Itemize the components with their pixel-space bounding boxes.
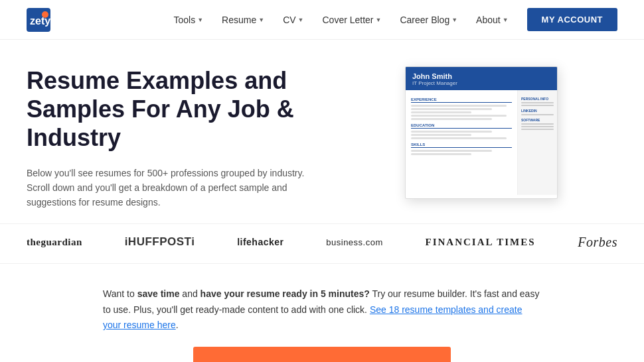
education-section-title: Education bbox=[411, 123, 512, 129]
resume-arrow-icon: ▼ bbox=[258, 17, 264, 23]
my-account-button[interactable]: MY ACCOUNT bbox=[527, 8, 617, 31]
personal-info-title: Personal Info bbox=[521, 97, 554, 101]
resume-right-line bbox=[521, 126, 554, 127]
forbes-logo: Forbes bbox=[578, 235, 617, 250]
hero-text: Resume Examples and Samples For Any Job … bbox=[27, 66, 359, 210]
nav-career-blog[interactable]: Career Blog ▼ bbox=[400, 15, 457, 25]
svg-point-2 bbox=[42, 11, 48, 18]
nav-tools[interactable]: Tools ▼ bbox=[173, 15, 203, 25]
financial-times-logo: FINANCIAL TIMES bbox=[426, 237, 536, 248]
cta-text: Want to save time and have your resume r… bbox=[103, 286, 541, 333]
resume-right-column: Personal Info LinkedIn Software bbox=[517, 90, 557, 195]
main-nav: Tools ▼ Resume ▼ CV ▼ Cover Letter ▼ Car… bbox=[173, 8, 617, 31]
skills-section-title: Skills bbox=[411, 143, 512, 148]
resume-right-line bbox=[521, 105, 554, 106]
resume-line bbox=[411, 111, 471, 113]
cta-section: Want to save time and have your resume r… bbox=[76, 280, 568, 362]
resume-right-line bbox=[521, 123, 554, 125]
nav-about[interactable]: About ▼ bbox=[476, 15, 509, 25]
resume-right-line bbox=[521, 102, 554, 103]
header: zety Tools ▼ Resume ▼ CV ▼ Cover Letter … bbox=[0, 0, 644, 40]
hero-section: Resume Examples and Samples For Any Job … bbox=[0, 40, 644, 223]
cta-button-wrap: CREATE YOUR RESUME NOW bbox=[103, 347, 541, 362]
resume-right-line bbox=[521, 129, 554, 130]
cta-link[interactable]: See 18 resume templates and create your … bbox=[103, 304, 522, 331]
resume-line bbox=[411, 118, 492, 120]
cta-bold-save: save time bbox=[137, 288, 180, 299]
guardian-logo: theguardian bbox=[27, 237, 82, 248]
resume-card-body: Experience Education Skills Personal Inf… bbox=[406, 90, 557, 195]
cta-bold-ready: have your resume ready in 5 minutes? bbox=[201, 288, 370, 299]
resume-role: IT Project Manager bbox=[412, 80, 550, 86]
career-blog-arrow-icon: ▼ bbox=[451, 17, 457, 23]
logo[interactable]: zety bbox=[27, 8, 50, 32]
resume-line bbox=[411, 108, 492, 110]
software-title: Software bbox=[521, 118, 554, 122]
resume-line bbox=[411, 150, 492, 152]
resume-card-header: John Smith IT Project Manager bbox=[406, 67, 557, 90]
resume-line bbox=[411, 115, 507, 117]
hero-title: Resume Examples and Samples For Any Job … bbox=[27, 66, 359, 152]
hero-image: John Smith IT Project Manager Experience… bbox=[385, 66, 558, 206]
resume-name: John Smith bbox=[412, 72, 550, 80]
nav-resume[interactable]: Resume ▼ bbox=[222, 15, 264, 25]
huffpost-logo: iHUFFPOSTi bbox=[125, 235, 195, 249]
about-arrow-icon: ▼ bbox=[503, 17, 509, 23]
resume-right-line bbox=[521, 114, 554, 115]
resume-line bbox=[411, 131, 492, 133]
resume-line bbox=[411, 153, 471, 155]
create-resume-button[interactable]: CREATE YOUR RESUME NOW bbox=[193, 347, 451, 362]
lifehacker-logo: lifehacker bbox=[237, 237, 283, 247]
resume-line bbox=[411, 134, 471, 136]
resume-line bbox=[411, 137, 507, 139]
tools-arrow-icon: ▼ bbox=[197, 17, 203, 23]
resume-left-column: Experience Education Skills bbox=[406, 90, 517, 195]
resume-line bbox=[411, 105, 507, 107]
nav-cv[interactable]: CV ▼ bbox=[283, 15, 303, 25]
experience-section-title: Experience bbox=[411, 97, 512, 103]
cover-letter-arrow-icon: ▼ bbox=[376, 17, 382, 23]
logos-strip: theguardian iHUFFPOSTi lifehacker busine… bbox=[0, 223, 644, 264]
cv-arrow-icon: ▼ bbox=[298, 17, 304, 23]
businesscom-logo: business.com bbox=[326, 237, 382, 247]
linkedin-title: LinkedIn bbox=[521, 109, 554, 113]
hero-description: Below you'll see resumes for 500+ profes… bbox=[27, 166, 312, 210]
resume-preview-card: John Smith IT Project Manager Experience… bbox=[405, 66, 558, 199]
nav-cover-letter[interactable]: Cover Letter ▼ bbox=[323, 15, 382, 25]
zety-logo-icon: zety bbox=[27, 8, 50, 32]
